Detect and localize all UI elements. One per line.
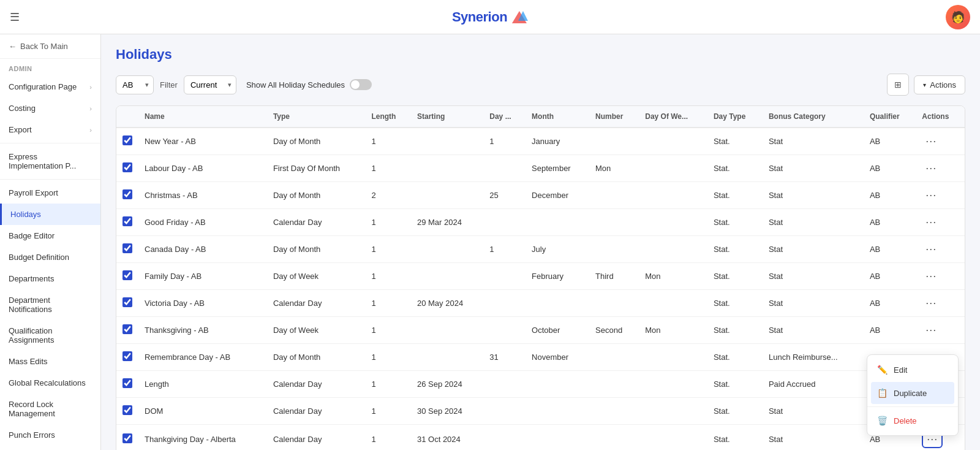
row-checkbox-cell[interactable] (116, 317, 138, 344)
row-cell-10: AB (864, 317, 916, 344)
row-actions-dropdown: ✏️ Edit 📋 Duplicate 🗑️ Delete (867, 354, 959, 436)
row-cell-1: Day of Week (267, 317, 365, 344)
row-actions-button[interactable]: ··· (922, 269, 940, 284)
sidebar-item-configuration-page[interactable]: Configuration Page› (0, 76, 100, 97)
row-cell-9: Stat (763, 155, 864, 182)
edit-menu-item[interactable]: ✏️ Edit (867, 359, 958, 381)
row-cell-2: 2 (365, 182, 411, 209)
row-cell-4: 31 (483, 344, 526, 371)
row-cell-2: 1 (365, 398, 411, 425)
row-checkbox[interactable] (123, 270, 132, 280)
sidebar-item-mass-edits[interactable]: Mass Edits (0, 351, 100, 372)
filter-current-select[interactable]: Current All Past (184, 75, 236, 94)
sidebar-item-label: Export (9, 125, 32, 134)
row-cell-1: Day of Month (267, 128, 365, 155)
row-checkbox[interactable] (123, 351, 132, 361)
table-header-row: NameTypeLengthStartingDay ...MonthNumber… (116, 106, 965, 128)
row-checkbox[interactable] (123, 162, 132, 172)
filter-select-wrapper[interactable]: Current All Past (184, 75, 236, 94)
sidebar-item-punch-errors[interactable]: Punch Errors (0, 424, 100, 446)
sidebar-item-payroll-export[interactable]: Payroll Export (0, 182, 100, 204)
sidebar-item-department-notifications[interactable]: Department Notifications (0, 289, 100, 320)
row-cell-2: 1 (365, 317, 411, 344)
col-header-7: Number (589, 106, 639, 128)
row-checkbox[interactable] (123, 378, 132, 388)
navbar-right: 🧑 (946, 5, 970, 29)
row-cell-6: Second (589, 317, 639, 344)
row-checkbox[interactable] (123, 297, 132, 307)
show-all-toggle[interactable] (350, 79, 372, 90)
row-actions-cell[interactable]: ··· (916, 317, 965, 344)
row-actions-button[interactable]: ··· (922, 242, 940, 257)
avatar[interactable]: 🧑 (946, 5, 970, 29)
dropdown-divider (867, 406, 958, 407)
row-actions-cell[interactable]: ··· (916, 182, 965, 209)
sidebar-item-departments[interactable]: Departments (0, 268, 100, 289)
row-checkbox[interactable] (123, 135, 132, 145)
row-actions-cell[interactable]: ··· (916, 236, 965, 263)
row-checkbox-cell[interactable] (116, 155, 138, 182)
row-actions-button[interactable]: ··· (922, 296, 940, 311)
hamburger-icon[interactable]: ☰ (10, 10, 20, 24)
row-checkbox[interactable] (123, 433, 132, 443)
actions-button[interactable]: ▾ Actions (914, 75, 965, 94)
row-cell-4 (483, 371, 526, 398)
sidebar-item-qualification-assignments[interactable]: Qualification Assignments (0, 320, 100, 351)
row-actions-cell[interactable]: ··· (916, 290, 965, 317)
region-select[interactable]: AB BC ON (116, 75, 154, 94)
sidebar-item-global-recalculations[interactable]: Global Recalculations (0, 372, 100, 394)
actions-button-area: ⊞ ▾ Actions (887, 74, 965, 96)
row-cell-3: 26 Sep 2024 (411, 371, 483, 398)
row-actions-cell[interactable]: ··· (916, 128, 965, 155)
row-actions-button[interactable]: ··· (922, 161, 940, 176)
row-checkbox[interactable] (123, 189, 132, 199)
row-checkbox-cell[interactable] (116, 290, 138, 317)
row-checkbox[interactable] (123, 216, 132, 226)
sidebar-item-badge-editor[interactable]: Badge Editor (0, 225, 100, 246)
sidebar-item-label: Configuration Page (9, 82, 77, 91)
row-cell-3: 30 Sep 2024 (411, 398, 483, 425)
row-cell-6 (589, 236, 639, 263)
row-checkbox-cell[interactable] (116, 263, 138, 290)
grid-view-button[interactable]: ⊞ (887, 74, 909, 96)
row-actions-button[interactable]: ··· (922, 134, 940, 149)
row-cell-1: Calendar Day (267, 425, 365, 451)
row-cell-10: AB (864, 182, 916, 209)
row-cell-0: Victoria Day - AB (138, 290, 267, 317)
row-checkbox[interactable] (123, 243, 132, 253)
row-cell-8: Stat. (707, 425, 763, 451)
sidebar-item-costing[interactable]: Costing› (0, 97, 100, 119)
row-actions-cell[interactable]: ··· (916, 155, 965, 182)
row-cell-1: Calendar Day (267, 371, 365, 398)
row-cell-5: January (526, 128, 589, 155)
sidebar-item-holidays[interactable]: Holidays (0, 204, 100, 225)
row-checkbox-cell[interactable] (116, 128, 138, 155)
row-cell-7 (639, 236, 707, 263)
row-checkbox-cell[interactable] (116, 344, 138, 371)
row-actions-button[interactable]: ··· (922, 188, 940, 203)
row-checkbox-cell[interactable] (116, 398, 138, 425)
row-actions-cell[interactable]: ··· (916, 263, 965, 290)
delete-menu-item[interactable]: 🗑️ Delete (867, 410, 958, 432)
region-select-wrapper[interactable]: AB BC ON (116, 75, 154, 94)
row-cell-1: First Day Of Month (267, 155, 365, 182)
row-checkbox[interactable] (123, 324, 132, 334)
edit-icon: ✏️ (877, 365, 888, 375)
row-cell-7 (639, 209, 707, 236)
sidebar-item-budget-definition[interactable]: Budget Definition (0, 246, 100, 268)
sidebar-item-export[interactable]: Export› (0, 119, 100, 140)
row-checkbox-cell[interactable] (116, 425, 138, 451)
sidebar-item-express-impl[interactable]: Express Implementation P... (0, 146, 100, 177)
holidays-table-container: NameTypeLengthStartingDay ...MonthNumber… (116, 105, 965, 450)
row-actions-button[interactable]: ··· (922, 322, 940, 338)
row-actions-cell[interactable]: ··· (916, 209, 965, 236)
row-actions-button[interactable]: ··· (922, 215, 940, 230)
sidebar-back-button[interactable]: ← Back To Main (0, 34, 100, 59)
row-checkbox[interactable] (123, 405, 132, 415)
row-checkbox-cell[interactable] (116, 371, 138, 398)
duplicate-menu-item[interactable]: 📋 Duplicate (871, 382, 954, 404)
row-checkbox-cell[interactable] (116, 182, 138, 209)
row-checkbox-cell[interactable] (116, 209, 138, 236)
sidebar-item-record-lock-management[interactable]: Record Lock Management (0, 394, 100, 424)
row-checkbox-cell[interactable] (116, 236, 138, 263)
